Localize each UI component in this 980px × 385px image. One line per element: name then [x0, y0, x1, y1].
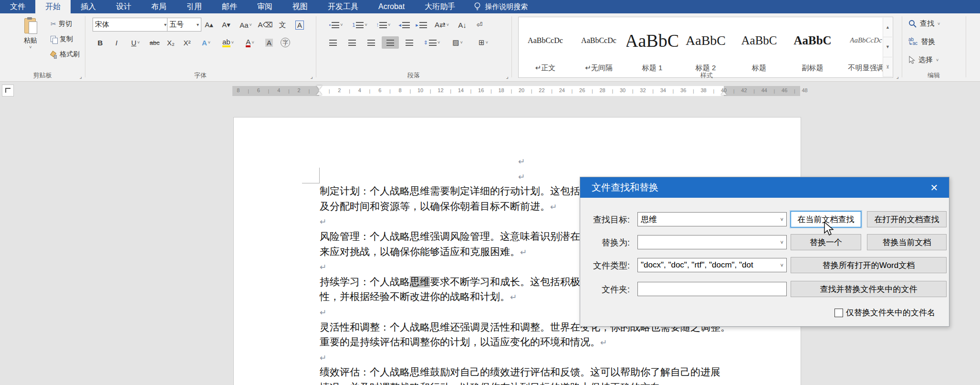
character-border-button[interactable]: A — [292, 19, 307, 31]
align-right-button[interactable] — [363, 36, 380, 49]
italic-button[interactable]: I — [109, 36, 124, 49]
file-type-combo[interactable]: "docx", "doc", "rtf", "docm", "dot˅ — [637, 258, 787, 272]
bullets-button[interactable]: •˅ — [324, 19, 347, 31]
phonetic-guide-button[interactable]: 文 — [275, 19, 290, 31]
styles-dialog-launcher[interactable]: ⌟ — [897, 74, 899, 80]
find-target-combo[interactable]: 思维˅ — [637, 212, 787, 226]
copy-button[interactable]: 复制 — [51, 34, 73, 44]
multilevel-list-button[interactable]: ⁝˅ — [372, 19, 395, 31]
word-application-window: 文件开始插入设计布局引用邮件审阅视图开发工具Acrobat大珩助手操作说明搜索 … — [0, 0, 980, 385]
replace-one-button[interactable]: 替换一个 — [791, 234, 861, 250]
strikethrough-button[interactable]: abc — [147, 36, 162, 49]
borders-button[interactable]: ⊞˅ — [471, 36, 495, 49]
hanging-indent-marker[interactable] — [316, 91, 322, 95]
superscript-button[interactable]: X² — [179, 36, 195, 49]
bold-button[interactable]: B — [93, 36, 108, 49]
close-icon[interactable]: ✕ — [927, 181, 941, 194]
replace-with-combo[interactable]: ˅ — [637, 235, 787, 249]
cut-button[interactable]: ✂ 剪切 — [51, 19, 72, 29]
paste-button[interactable]: 粘贴 ˅ — [15, 17, 46, 50]
style-card-无间隔[interactable]: AaBbCcDc↵无间隔 — [572, 17, 626, 77]
numbering-button[interactable]: 1˅ — [348, 19, 371, 31]
style-card-标题 2[interactable]: AaBbC标题 2 — [679, 17, 732, 77]
replace-filename-only-checkbox[interactable]: 仅替换文件夹中的文件名 — [834, 307, 935, 318]
style-card-标题 1[interactable]: AaBbC标题 1 — [626, 17, 679, 77]
align-left-button[interactable] — [324, 36, 342, 49]
format-painter-button[interactable]: 格式刷 — [51, 49, 80, 60]
ruler-tick: | — [511, 89, 512, 94]
replace-current-doc-button[interactable]: 替换当前文档 — [867, 234, 947, 250]
find-replace-files-in-folder-button[interactable]: 查找并替换文件夹中的文件 — [791, 281, 947, 297]
show-marks-button[interactable]: ⏎ — [471, 19, 488, 31]
menu-tab-5[interactable]: 引用 — [177, 0, 212, 13]
checkbox-icon[interactable] — [834, 309, 843, 317]
style-card-标题[interactable]: AaBbC标题 — [732, 17, 786, 77]
document-text-line[interactable]: ↵ — [320, 350, 792, 365]
menu-tab-10[interactable]: Acrobat — [368, 0, 415, 13]
enclose-characters-button[interactable]: 字 — [278, 36, 293, 49]
shrink-font-button[interactable]: A▾ — [219, 19, 234, 31]
menu-tab-8[interactable]: 视图 — [282, 0, 318, 13]
align-center-button[interactable] — [344, 36, 361, 49]
tell-me-search[interactable]: 操作说明搜索 — [474, 0, 528, 13]
char-shading-button[interactable]: A — [261, 36, 277, 49]
font-color-button[interactable]: A˅ — [240, 36, 261, 49]
ruler-number: 24 — [559, 87, 565, 93]
select-button[interactable]: 选择˅ — [908, 55, 938, 64]
menu-tab-3[interactable]: 设计 — [106, 0, 141, 13]
font-name-combo[interactable]: 宋体 ▾ — [93, 18, 169, 32]
replace-all-open-word-docs-button[interactable]: 替换所有打开的Word文档 — [791, 257, 947, 273]
find-button[interactable]: 查找˅ — [908, 19, 940, 28]
styles-gallery-scrollbar[interactable]: ▲ ▼ ⊻ — [883, 18, 892, 77]
document-text-line[interactable]: 重要的是持续评估和调整你的计划，以适应变化的环境和情况。↵ — [320, 334, 792, 350]
multilevel-list-icon — [379, 22, 387, 28]
sort-button[interactable]: A↓ — [454, 19, 470, 31]
font-size-combo[interactable]: 五号 ▾ — [167, 18, 201, 32]
shading-button[interactable]: ▨˅ — [446, 36, 469, 49]
find-in-open-docs-button[interactable]: 在打开的文档查找 — [867, 211, 947, 227]
styles-scroll-down-icon[interactable]: ▼ — [883, 37, 892, 57]
paragraph-dialog-launcher[interactable]: ⌟ — [506, 74, 509, 80]
underline-button[interactable]: U˅ — [125, 36, 146, 49]
document-text-line[interactable]: ↵ — [320, 153, 980, 169]
menu-tab-4[interactable]: 布局 — [141, 0, 177, 13]
change-case-button[interactable]: Aa˅ — [236, 19, 256, 31]
replace-button[interactable]: ab↳ac替换 — [908, 37, 935, 46]
ruler-number: 16 — [478, 87, 484, 93]
document-text-line[interactable]: 绩效评估：个人战略思维鼓励对自己的绩效进行评估和反馈。这可以帮助你了解自己的进展 — [320, 364, 792, 380]
style-card-正文[interactable]: AaBbCcDc↵正文 — [519, 17, 572, 77]
styles-scroll-up-icon[interactable]: ▲ — [883, 18, 892, 37]
clear-formatting-button[interactable]: A⌫ — [258, 19, 273, 31]
menu-tab-2[interactable]: 插入 — [71, 0, 106, 13]
menu-tab-9[interactable]: 开发工具 — [318, 0, 368, 13]
asian-layout-button[interactable]: A⇄˅ — [430, 19, 453, 31]
find-in-current-doc-button[interactable]: 在当前文档查找 — [791, 211, 861, 227]
font-dialog-launcher[interactable]: ⌟ — [311, 74, 313, 80]
menu-tab-6[interactable]: 邮件 — [212, 0, 247, 13]
tell-me-label: 操作说明搜索 — [485, 2, 528, 11]
paste-dropdown-caret[interactable]: ˅ — [29, 45, 31, 50]
menu-tab-file[interactable]: 文件 — [0, 0, 35, 13]
justify-button[interactable] — [382, 36, 399, 49]
increase-indent-button[interactable]: ▸ — [413, 19, 429, 31]
menu-tab-11[interactable]: 大珩助手 — [415, 0, 465, 13]
first-line-indent-marker[interactable] — [316, 86, 322, 89]
ruler-number: 8 — [237, 87, 240, 93]
clipboard-dialog-launcher[interactable]: ⌟ — [80, 74, 82, 80]
highlight-button[interactable]: ab˅ — [218, 36, 239, 49]
find-target-label: 查找目标: — [584, 214, 630, 225]
ruler-tick: | — [369, 89, 370, 94]
text-effects-button[interactable]: A˅ — [196, 36, 217, 49]
subscript-button[interactable]: X₂ — [163, 36, 178, 49]
decrease-indent-button[interactable]: ◂ — [396, 19, 412, 31]
folder-input[interactable] — [637, 282, 787, 296]
document-text-line[interactable]: 情况，并及时调整战略和行动，以确保你在达到目标的道路上保持正确的方向。↵ — [320, 380, 792, 385]
menu-tab-1[interactable]: 开始 — [35, 0, 71, 13]
grow-font-button[interactable]: A▴ — [201, 19, 217, 31]
menu-tab-7[interactable]: 审阅 — [247, 0, 282, 13]
dialog-title-bar[interactable]: 文件查找和替换 — [580, 177, 949, 198]
distributed-button[interactable] — [401, 36, 418, 49]
style-card-副标题[interactable]: AaBbC副标题 — [786, 17, 839, 77]
horizontal-ruler[interactable]: 8642||||24681012141618202224262830323436… — [0, 85, 980, 97]
line-spacing-button[interactable]: ⇕˅ — [420, 36, 444, 49]
